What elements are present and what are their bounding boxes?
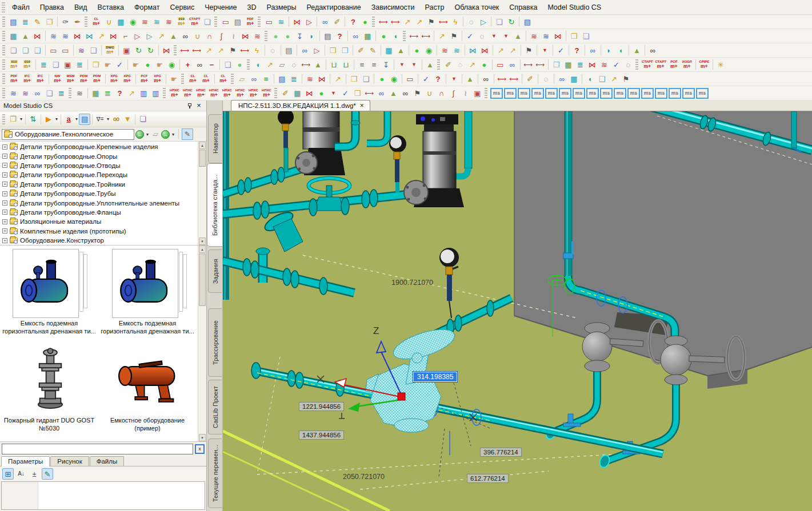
toolbar-icon[interactable]: [263, 16, 275, 28]
expand-icon[interactable]: +: [2, 154, 7, 159]
toolbar-icon[interactable]: [587, 45, 599, 57]
toolbar-icon[interactable]: [521, 16, 533, 28]
toolbar-icon[interactable]: [299, 45, 311, 57]
toolbar-icon[interactable]: [448, 30, 460, 42]
toolbar-icon[interactable]: [83, 30, 95, 42]
toolbar-grip[interactable]: [174, 45, 177, 55]
toolbar-icon[interactable]: [399, 87, 411, 99]
play-icon[interactable]: [43, 114, 54, 125]
toolbar-icon[interactable]: [7, 87, 19, 99]
categorize-icon[interactable]: [2, 468, 14, 480]
toolbar-icon[interactable]: [408, 59, 420, 71]
ms-toolbar-icon[interactable]: ms: [696, 88, 709, 99]
toolbar-icon[interactable]: [387, 87, 399, 99]
toolbar-icon[interactable]: [375, 87, 387, 99]
find-icon[interactable]: [110, 114, 122, 125]
toolbar-icon[interactable]: [90, 59, 102, 71]
toolbar-icon[interactable]: [339, 87, 351, 99]
toolbar-icon[interactable]: [107, 30, 119, 42]
toolbar-icon[interactable]: [311, 45, 323, 57]
toolbar-icon[interactable]: [179, 45, 191, 57]
toolbar-icon[interactable]: [227, 45, 239, 57]
toolbar-icon[interactable]: [550, 59, 562, 71]
toolbar-icon[interactable]: [596, 73, 608, 85]
toolbar-icon[interactable]: [334, 30, 346, 42]
toolbar-icon[interactable]: [598, 59, 610, 71]
toolbar-icon[interactable]: [182, 59, 194, 71]
toolbar-icon[interactable]: [47, 45, 59, 57]
edit-properties-icon[interactable]: [42, 468, 53, 480]
tree-item[interactable]: +Детали трубопроводные.Фланцы: [0, 208, 198, 217]
toolbar-icon[interactable]: [251, 45, 263, 57]
toolbar-icon[interactable]: [127, 16, 139, 28]
tab-risunok[interactable]: Рисунок: [50, 456, 89, 466]
toolbar-badge-icon[interactable]: НПХСm+: [221, 87, 234, 99]
toolbar-icon[interactable]: [425, 16, 437, 28]
toolbar-icon[interactable]: [43, 87, 55, 99]
menu-item[interactable]: Справка: [504, 1, 542, 14]
toolbar-icon[interactable]: [534, 59, 546, 71]
menu-item[interactable]: Редактирование: [301, 1, 366, 14]
toolbar-icon[interactable]: [327, 87, 339, 99]
toolbar-icon[interactable]: [71, 30, 83, 42]
ms-toolbar-icon[interactable]: ms: [559, 88, 571, 99]
tree-item[interactable]: +Детали трубопроводные.Крепежные изделия: [0, 142, 198, 151]
toolbar-icon[interactable]: [19, 45, 31, 57]
toolbar-badge-icon[interactable]: CLm+: [199, 73, 213, 85]
toolbar-icon[interactable]: [622, 59, 634, 71]
toolbar-icon[interactable]: [166, 59, 178, 71]
tree-item[interactable]: +Детали трубопроводные.Переходы: [0, 170, 198, 179]
menu-item[interactable]: Черчение: [199, 1, 242, 14]
toolbar-icon[interactable]: [114, 87, 126, 99]
menu-item[interactable]: Формат: [129, 1, 165, 14]
toolbar-icon[interactable]: [59, 16, 71, 28]
toolbar-icon[interactable]: [493, 16, 505, 28]
toolbar-grip[interactable]: [2, 17, 5, 27]
toolbar-icon[interactable]: [215, 45, 227, 57]
toolbar-icon[interactable]: [540, 30, 552, 42]
toolbar-badge-icon[interactable]: IFCm+: [21, 73, 34, 85]
toolbar-icon[interactable]: [390, 30, 402, 42]
ms-toolbar-icon[interactable]: ms: [600, 88, 613, 99]
toolbar-icon[interactable]: [496, 73, 508, 85]
toolbar-icon[interactable]: [151, 16, 163, 28]
list-item[interactable]: [112, 249, 178, 318]
close-icon[interactable]: ×: [195, 102, 203, 110]
toolbar-badge-icon[interactable]: DWGm+: [103, 45, 117, 57]
toolbar-icon[interactable]: [528, 30, 540, 42]
toolbar-icon[interactable]: [102, 87, 114, 99]
toolbar-icon[interactable]: [367, 45, 379, 57]
toolbar-icon[interactable]: [239, 45, 251, 57]
tree-item[interactable]: +Детали трубопроводные.Опоры: [0, 151, 198, 160]
toolbar-icon[interactable]: [506, 59, 518, 71]
toolbar-icon[interactable]: [350, 30, 362, 42]
ms-toolbar-icon[interactable]: ms: [682, 88, 695, 99]
toolbar-icon[interactable]: [383, 45, 395, 57]
toolbar-icon[interactable]: [608, 73, 620, 85]
toolbar-icon[interactable]: [389, 16, 401, 28]
menu-item[interactable]: Вставка: [93, 1, 129, 14]
toolbar-icon[interactable]: [131, 30, 143, 42]
toolbar-badge-icon[interactable]: НПХСm+: [207, 87, 221, 99]
toolbar-icon[interactable]: [411, 45, 423, 57]
toolbar-icon[interactable]: [500, 30, 512, 42]
toolbar-badge-icon[interactable]: PDFm+: [243, 16, 257, 28]
dropdown-icon[interactable]: ▾: [106, 116, 110, 122]
toolbar-icon[interactable]: [562, 59, 574, 71]
toolbar-icon[interactable]: [251, 30, 263, 42]
toolbar-icon[interactable]: [466, 59, 478, 71]
toolbar-icon[interactable]: [340, 59, 352, 71]
toolbar-icon[interactable]: [316, 73, 328, 85]
toolbar-icon[interactable]: [423, 45, 435, 57]
tab-parametry[interactable]: Параметры: [1, 456, 50, 466]
toolbar-icon[interactable]: [347, 16, 359, 28]
scroll-down-icon[interactable]: ▼: [199, 434, 206, 441]
list-icon[interactable]: [79, 114, 90, 125]
toolbar-icon[interactable]: [467, 45, 479, 57]
toolbar-icon[interactable]: [167, 30, 179, 42]
toolbar-icon[interactable]: [119, 30, 131, 42]
toolbar-icon[interactable]: [95, 30, 107, 42]
toolbar-icon[interactable]: [523, 45, 535, 57]
toolbar-icon[interactable]: [103, 16, 115, 28]
toolbar-icon[interactable]: [524, 73, 536, 85]
